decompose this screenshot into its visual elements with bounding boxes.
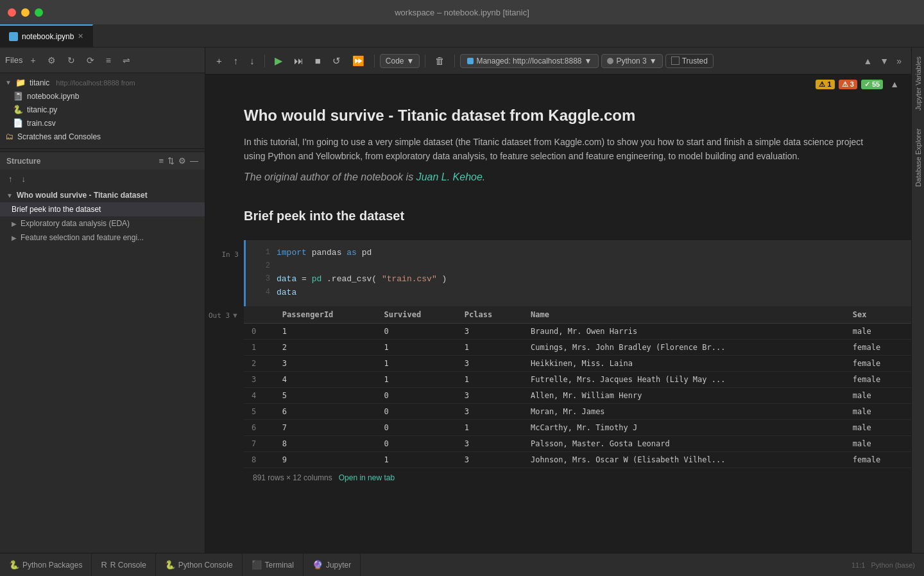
notebook-title: Who would survive - Titanic dataset from… [244, 107, 886, 125]
kernel-status-icon [607, 58, 613, 64]
sync-button[interactable]: ⟳ [83, 53, 98, 68]
terminal-icon: ⬛ [252, 560, 262, 570]
scroll-down-button[interactable]: ▼ [877, 54, 892, 68]
struct-item-h2-feature[interactable]: ▶ Feature selection and feature engi... [0, 231, 205, 245]
right-tab-db[interactable]: Database Explorer [912, 119, 925, 196]
delete-button[interactable]: 🗑 [431, 52, 449, 69]
notebook-area: + ↑ ↓ ▶ ⏭ ■ ↺ ⏩ Code ▼ 🗑 Managed: http:/… [205, 48, 911, 553]
stop-button[interactable]: ■ [311, 52, 325, 69]
output-chevron-icon[interactable]: ▼ [232, 311, 239, 319]
output-footer: 891 rows × 12 columns Open in new tab [244, 468, 911, 487]
struct-nav-up-icon[interactable]: ↑ [5, 172, 16, 186]
structure-nav: ↑ ↓ [0, 170, 205, 188]
structure-header: Structure ≡ ⇅ ⚙ — [0, 152, 205, 170]
trusted-button[interactable]: Trusted [665, 54, 714, 68]
keyword-as: as [346, 248, 357, 257]
csv-file-icon: 📄 [13, 118, 23, 128]
move-up-button[interactable]: ↑ [229, 52, 243, 69]
toolbar-separator-4 [454, 55, 455, 67]
add-cell-button[interactable]: + [212, 52, 227, 69]
url-dropdown-icon: ▼ [585, 57, 592, 65]
notif-expand-button[interactable]: ▲ [887, 77, 902, 91]
row-cell: 4 [275, 371, 377, 387]
row-cell: 0 [376, 435, 456, 451]
tab-r-console[interactable]: R R Console [92, 554, 155, 576]
r-console-label: R Console [110, 561, 146, 570]
restart-button[interactable]: ↺ [328, 52, 345, 70]
tab-python-console[interactable]: 🐍 Python Console [156, 554, 243, 576]
tab-close-icon[interactable]: ✕ [78, 32, 83, 40]
add-file-button[interactable]: + [26, 53, 39, 68]
sidebar-divider [0, 148, 205, 149]
row-index: 6 [244, 419, 275, 435]
collapse-button[interactable]: ≡ [102, 53, 115, 68]
chevron-down-icon: ▼ [5, 79, 12, 86]
struct-h1-label: Who would survive - Titanic dataset [17, 191, 148, 200]
window-controls[interactable] [8, 8, 43, 17]
bottom-tabs: 🐍 Python Packages R R Console 🐍 Python C… [0, 553, 924, 576]
kernel-selector[interactable]: Python 3 ▼ [601, 54, 662, 68]
toolbar-separator-3 [425, 55, 425, 67]
warning-badge-2[interactable]: ⚠ 3 [839, 80, 857, 89]
file-notebook[interactable]: 📓 notebook.ipynb [0, 89, 205, 103]
more-options-button[interactable]: » [893, 54, 905, 68]
refresh-button[interactable]: ↻ [64, 53, 79, 68]
struct-nav-down-icon[interactable]: ↓ [19, 172, 30, 186]
ok-badge[interactable]: ✓ 55 [861, 80, 883, 89]
notebook-content[interactable]: Who would survive - Titanic dataset from… [205, 94, 911, 553]
close-button[interactable] [8, 8, 16, 17]
structure-settings-icon[interactable]: ⚙ [178, 156, 186, 166]
author-link[interactable]: Juan L. Kehoe [416, 171, 483, 182]
row-cell: 6 [275, 403, 377, 419]
notebook-author-line: The original author of the notebook is J… [244, 171, 886, 183]
row-index: 4 [244, 387, 275, 403]
struct-item-h1[interactable]: ▼ Who would survive - Titanic dataset [0, 188, 205, 202]
cell-type-dropdown[interactable]: Code ▼ [380, 54, 420, 68]
notifications-bar: ⚠ 1 ⚠ 3 ✓ 55 ▲ [205, 74, 911, 94]
row-cell: 1 [376, 355, 456, 371]
settings-button[interactable]: ⚙ [44, 53, 60, 68]
expand-button[interactable]: ⇌ [119, 53, 134, 68]
structure-sort-icon[interactable]: ≡ [158, 156, 164, 166]
open-new-tab-link[interactable]: Open in new tab [339, 473, 395, 482]
file-csv[interactable]: 📄 train.csv [0, 116, 205, 130]
row-cell: 1 [457, 339, 523, 355]
scroll-up-button[interactable]: ▲ [860, 54, 875, 68]
structure-collapse-icon[interactable]: — [190, 156, 198, 166]
code-cell-3: In 3 1 import pandas as pd 2 [205, 240, 911, 306]
structure-panel: Structure ≡ ⇅ ⚙ — ↑ ↓ ▼ Who would surviv… [0, 152, 205, 553]
minimize-button[interactable] [21, 8, 30, 17]
tab-terminal[interactable]: ⬛ Terminal [243, 554, 304, 576]
row-index: 3 [244, 371, 275, 387]
right-tab-jupyter[interactable]: Jupyter Variables [912, 48, 925, 119]
warning-badge-1[interactable]: ⚠ 1 [816, 80, 834, 89]
output-cell-3: Out 3 ▼ PassengerId Survived Pclass Name [205, 306, 911, 487]
run-all-button[interactable]: ⏭ [289, 52, 308, 69]
struct-item-h2-eda[interactable]: ▶ Exploratory data analysis (EDA) [0, 216, 205, 231]
tab-jupyter[interactable]: 🔮 Jupyter [304, 554, 361, 576]
row-cell: Cumings, Mrs. John Bradley (Florence Br.… [523, 339, 845, 355]
row-cell: Heikkinen, Miss. Laina [523, 355, 845, 371]
file-scratches[interactable]: 🗂 Scratches and Consoles [0, 130, 205, 143]
tab-python-packages[interactable]: 🐍 Python Packages [0, 554, 92, 576]
col-sex: Sex [845, 306, 911, 324]
jupyter-label: Jupyter [326, 561, 351, 570]
jupyter-icon: 🔮 [312, 560, 323, 570]
struct-item-h2-brief[interactable]: Brief peek into the dataset [0, 202, 205, 216]
table-row: 5603Moran, Mr. Jamesmale [244, 403, 911, 419]
maximize-button[interactable] [35, 8, 43, 17]
file-python[interactable]: 🐍 titanic.py [0, 103, 205, 116]
tab-notebook[interactable]: notebook.ipynb ✕ [0, 24, 93, 47]
cell-body-3[interactable]: 1 import pandas as pd 2 3 [244, 240, 911, 306]
row-cell: Palsson, Master. Gosta Leonard [523, 435, 845, 451]
trusted-checkbox[interactable] [671, 57, 680, 65]
row-cell: Moran, Mr. James [523, 403, 845, 419]
restart-run-button[interactable]: ⏩ [348, 52, 369, 70]
row-cell: Allen, Mr. William Henry [523, 387, 845, 403]
table-row: 4503Allen, Mr. William Henrymale [244, 387, 911, 403]
run-button[interactable]: ▶ [270, 51, 287, 70]
structure-filter-icon[interactable]: ⇅ [167, 156, 175, 166]
file-tree-root[interactable]: ▼ 📁 titanic http://localhost:8888 from [0, 76, 205, 89]
move-down-button[interactable]: ↓ [245, 52, 259, 69]
row-cell: 3 [457, 387, 523, 403]
